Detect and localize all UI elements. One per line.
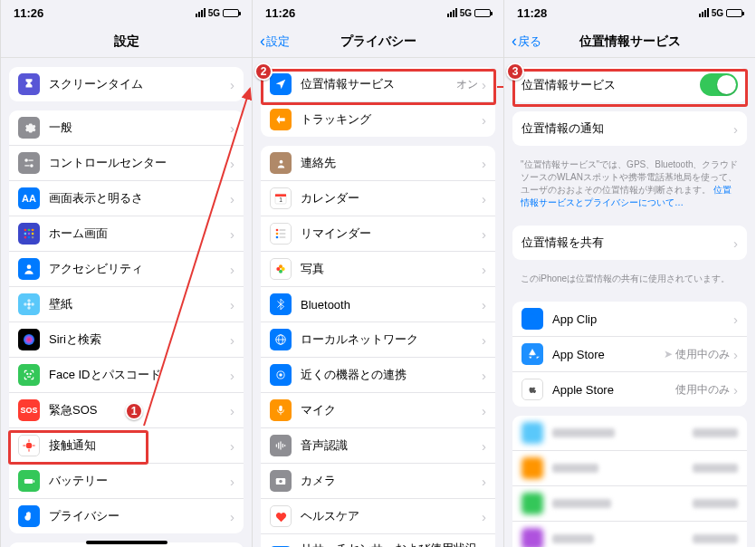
chevron-right-icon: › <box>482 77 486 92</box>
hand-icon <box>18 505 40 527</box>
list-item[interactable]: App Clip› <box>512 302 747 337</box>
svg-point-21 <box>30 373 31 374</box>
svg-point-22 <box>26 443 33 449</box>
list-item[interactable]: 一般› <box>9 110 244 146</box>
status-bar: 11:26 5G <box>253 0 503 25</box>
list-item[interactable]: 1カレンダー› <box>261 181 495 216</box>
list-item[interactable]: AA画面表示と明るさ› <box>9 181 244 216</box>
badge-2: 2 <box>254 62 273 81</box>
gear-icon <box>18 117 40 139</box>
svg-rect-27 <box>24 479 32 484</box>
reminders-icon <box>270 223 292 245</box>
apple-icon <box>522 379 543 400</box>
list-item[interactable]: 位置情報サービスオン› <box>261 67 495 102</box>
svg-rect-6 <box>32 229 33 231</box>
list-item-blurred <box>512 486 747 522</box>
list-item[interactable]: ローカルネットワーク› <box>261 322 495 358</box>
list-item[interactable]: アクセシビリティ› <box>9 252 244 287</box>
chevron-right-icon: › <box>230 509 234 524</box>
list-item[interactable]: プライバシー› <box>9 499 244 533</box>
list-item[interactable]: ヘルスケア› <box>261 499 495 534</box>
list-item[interactable]: カメラ› <box>261 464 495 499</box>
badge-3: 3 <box>506 62 524 81</box>
list-item[interactable]: バッテリー› <box>9 464 244 499</box>
back-button[interactable]: ‹ 設定 <box>260 32 290 51</box>
list-item[interactable]: 位置情報を共有› <box>512 226 747 260</box>
toggle-switch[interactable] <box>700 73 738 96</box>
row-label: 音声認識 <box>301 437 482 454</box>
row-label: 画面表示と明るさ <box>49 190 230 206</box>
list-item[interactable]: スクリーンタイム› <box>9 67 244 101</box>
list-item[interactable]: Face IDとパスコード› <box>9 358 244 393</box>
svg-rect-8 <box>28 233 30 235</box>
footer-note: "位置情報サービス"では、GPS、Bluetooth、クラウドソースのWLANス… <box>504 155 755 216</box>
row-label: ローカルネットワーク <box>301 331 482 348</box>
svg-point-20 <box>27 373 28 374</box>
list-item[interactable]: トラッキング› <box>261 102 495 137</box>
svg-rect-11 <box>28 236 30 238</box>
content-scroll[interactable]: スクリーンタイム› 一般›コントロールセンター›AA画面表示と明るさ›ホーム画面… <box>1 58 252 547</box>
back-button[interactable]: ‹ 戻る <box>512 32 541 51</box>
chevron-right-icon: › <box>230 438 234 454</box>
privacy-pane: 11:26 5G ‹ 設定 プライバシー 位置情報サービスオン›トラッキング› … <box>252 0 503 547</box>
svg-point-15 <box>27 299 31 302</box>
list-item[interactable]: 位置情報サービス <box>512 67 747 102</box>
chevron-right-icon: › <box>733 347 738 362</box>
status-bar: 11:28 5G <box>504 0 755 25</box>
list-item[interactable]: 連絡先› <box>261 146 495 181</box>
svg-rect-1 <box>28 160 33 161</box>
status-icons: 5G <box>699 8 742 18</box>
svg-point-2 <box>30 164 33 168</box>
list-item[interactable]: 写真› <box>261 252 495 287</box>
nav-bar: ‹ 戻る 位置情報サービス <box>504 25 755 58</box>
list-item[interactable]: 音声認識› <box>261 428 495 464</box>
calendar-icon: 1 <box>270 187 292 209</box>
chevron-right-icon: › <box>230 156 234 171</box>
svg-rect-9 <box>32 233 33 235</box>
content-scroll[interactable]: 位置情報サービス 位置情報の通知› "位置情報サービス"では、GPS、Bluet… <box>504 58 755 547</box>
row-label: アクセシビリティ <box>49 261 230 277</box>
footer-note-2: このiPhoneは位置情報の共有に使用されています。 <box>504 269 755 293</box>
appstore-icon <box>522 343 543 365</box>
nav-bar: ‹ 設定 プライバシー <box>253 25 503 58</box>
photos-icon <box>270 258 292 280</box>
chevron-right-icon: › <box>230 120 234 136</box>
row-label: 写真 <box>301 261 482 277</box>
svg-point-0 <box>24 158 28 162</box>
chevron-left-icon: ‹ <box>260 32 265 51</box>
chevron-right-icon: › <box>230 297 234 312</box>
list-item[interactable]: リマインダー› <box>261 216 495 252</box>
list-item[interactable]: Bluetooth› <box>261 287 495 322</box>
svg-point-46 <box>276 267 280 271</box>
svg-rect-10 <box>24 236 26 238</box>
row-label: 接触通知 <box>49 437 230 454</box>
siri-icon <box>18 329 40 350</box>
list-item[interactable]: Siriと検索› <box>9 322 244 358</box>
row-label: 位置情報の通知 <box>522 120 733 137</box>
list-item[interactable]: コントロールセンター› <box>9 146 244 181</box>
list-item[interactable]: App Store➤使用中のみ› <box>512 337 747 372</box>
row-label: 位置情報サービス <box>301 76 456 92</box>
list-item[interactable]: 近くの機器との連携› <box>261 358 495 393</box>
row-label: 一般 <box>49 120 230 136</box>
chevron-right-icon: › <box>482 226 486 242</box>
chevron-right-icon: › <box>733 382 738 398</box>
svg-rect-3 <box>24 165 29 166</box>
virus-icon <box>18 435 40 456</box>
sos-icon: SOS <box>18 399 40 421</box>
list-item[interactable]: リサーチセンサーおよび使用状況データ› <box>261 534 495 547</box>
time: 11:26 <box>265 6 295 20</box>
list-item[interactable]: マイク› <box>261 393 495 428</box>
page-title: プライバシー <box>340 34 416 50</box>
flower-icon <box>18 293 40 315</box>
row-label: トラッキング <box>301 111 482 128</box>
list-item[interactable]: Apple Store使用中のみ› <box>512 372 747 407</box>
list-item[interactable]: 位置情報の通知› <box>512 111 747 146</box>
contacts-icon <box>270 152 292 174</box>
list-item[interactable]: ホーム画面› <box>9 216 244 252</box>
content-scroll[interactable]: 位置情報サービスオン›トラッキング› 連絡先›1カレンダー›リマインダー›写真›… <box>253 58 503 547</box>
status-bar: 11:26 5G <box>1 0 252 25</box>
list-item[interactable]: 接触通知› <box>9 428 244 464</box>
row-label: Bluetooth <box>301 298 482 312</box>
list-item[interactable]: 壁紙› <box>9 287 244 322</box>
